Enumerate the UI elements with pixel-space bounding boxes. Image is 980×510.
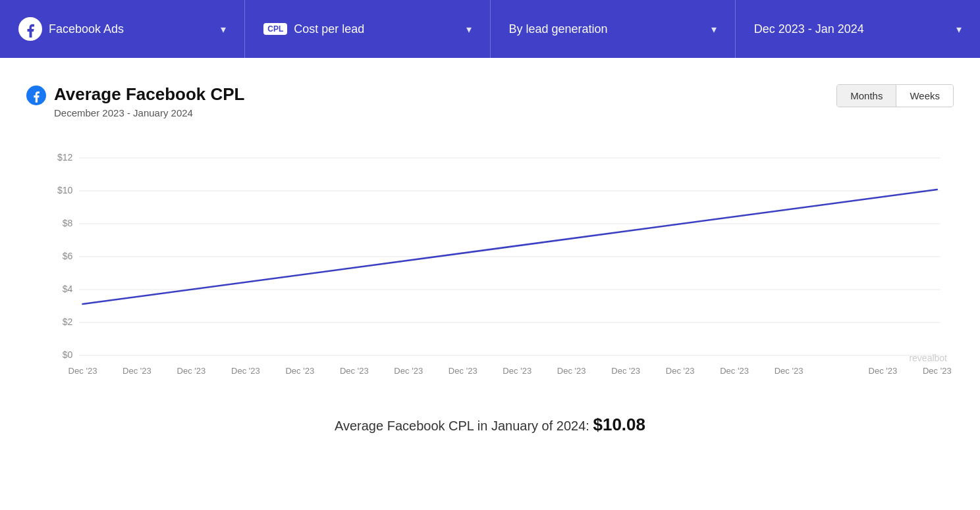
footer-stat: Average Facebook CPL in January of 2024:… [26,415,954,435]
svg-text:Dec '23: Dec '23 [868,366,897,376]
daterange-selector[interactable]: Dec 2023 - Jan 2024 ▾ [736,0,980,58]
svg-text:$4: $4 [63,284,73,294]
weeks-toggle[interactable]: Weeks [896,85,953,107]
svg-text:Dec '23: Dec '23 [557,366,586,376]
footer-text: Average Facebook CPL in January of 2024: [335,419,589,433]
chart-title: Average Facebook CPL [54,84,244,105]
svg-text:Dec '23: Dec '23 [231,366,260,376]
svg-text:$10: $10 [57,185,73,195]
svg-text:Dec '23: Dec '23 [611,366,640,376]
svg-text:$0: $0 [63,349,73,360]
daterange-label: Dec 2023 - Jan 2024 [754,22,864,36]
svg-text:Dec '23: Dec '23 [340,366,369,376]
svg-text:$2: $2 [63,317,73,327]
platform-label: Facebook Ads [49,22,124,36]
breakdown-selector[interactable]: By lead generation ▾ [491,0,736,58]
chart-facebook-icon [26,86,46,105]
svg-text:$12: $12 [57,152,73,163]
chart-header: Average Facebook CPL December 2023 - Jan… [26,84,954,118]
breakdown-chevron: ▾ [711,23,717,36]
facebook-icon [18,17,42,41]
header: Facebook Ads ▾ CPL Cost per lead ▾ By le… [0,0,980,58]
svg-text:Dec '23: Dec '23 [285,366,314,376]
svg-text:$6: $6 [63,251,73,261]
chart-title-text: Average Facebook CPL December 2023 - Jan… [54,84,244,118]
svg-text:Dec '23: Dec '23 [449,366,477,376]
chart-subtitle: December 2023 - January 2024 [54,107,244,118]
svg-text:Dec '23: Dec '23 [122,366,151,376]
svg-text:Dec '23: Dec '23 [720,366,749,376]
metric-label: Cost per lead [294,22,364,36]
svg-text:Dec '23: Dec '23 [394,366,423,376]
main-content: Average Facebook CPL December 2023 - Jan… [0,58,980,510]
svg-text:Dec '23: Dec '23 [775,366,803,376]
svg-text:Dec '23: Dec '23 [503,366,531,376]
metric-selector[interactable]: CPL Cost per lead ▾ [245,0,490,58]
platform-selector[interactable]: Facebook Ads ▾ [0,0,245,58]
footer-value: $10.08 [593,415,645,434]
cpl-badge: CPL [263,23,287,35]
metric-chevron: ▾ [466,23,472,36]
svg-text:Dec '23: Dec '23 [177,366,205,376]
svg-text:Dec '23: Dec '23 [923,366,952,376]
toggle-buttons: Months Weeks [836,84,954,107]
months-toggle[interactable]: Months [837,85,896,107]
chart-container: $12 $10 $8 $6 $4 $2 $0 Dec '23 Dec '23 D… [26,138,954,395]
daterange-chevron: ▾ [956,23,962,36]
svg-text:Dec '23: Dec '23 [666,366,695,376]
svg-text:Dec '23: Dec '23 [68,366,97,376]
svg-text:$8: $8 [63,218,73,228]
chart-title-area: Average Facebook CPL December 2023 - Jan… [26,84,244,118]
platform-chevron: ▾ [221,23,226,36]
breakdown-label: By lead generation [509,22,608,36]
chart-svg: $12 $10 $8 $6 $4 $2 $0 Dec '23 Dec '23 D… [26,138,954,395]
watermark: revealbot [909,353,947,363]
